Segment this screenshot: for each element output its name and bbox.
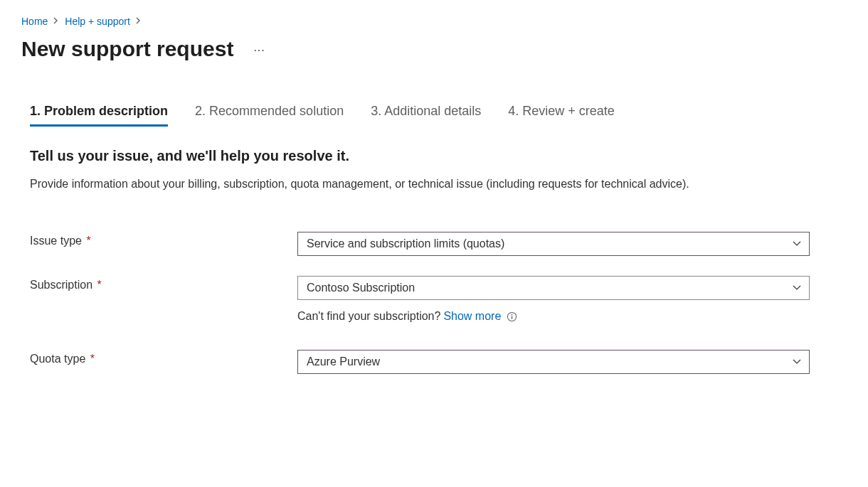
required-indicator: * bbox=[87, 353, 95, 365]
subscription-dropdown[interactable]: Contoso Subscription bbox=[297, 276, 810, 300]
issue-type-label: Issue type * bbox=[30, 232, 297, 247]
subscription-label: Subscription * bbox=[30, 276, 297, 291]
more-actions-button[interactable]: ··· bbox=[249, 43, 269, 58]
quota-type-label: Quota type * bbox=[30, 350, 297, 365]
breadcrumb: Home Help + support bbox=[21, 16, 847, 27]
svg-rect-2 bbox=[512, 316, 512, 319]
chevron-down-icon bbox=[792, 237, 802, 250]
tab-recommended-solution[interactable]: 2. Recommended solution bbox=[195, 104, 344, 127]
show-more-link[interactable]: Show more bbox=[443, 310, 501, 323]
subscription-value: Contoso Subscription bbox=[307, 282, 415, 294]
tab-problem-description[interactable]: 1. Problem description bbox=[30, 104, 168, 127]
section-subtext: Provide information about your billing, … bbox=[30, 176, 813, 192]
breadcrumb-help-support[interactable]: Help + support bbox=[65, 16, 129, 27]
chevron-right-icon bbox=[136, 16, 142, 26]
section-heading: Tell us your issue, and we'll help you r… bbox=[30, 148, 847, 164]
chevron-down-icon bbox=[792, 355, 802, 368]
breadcrumb-home[interactable]: Home bbox=[21, 16, 48, 27]
page-title: New support request bbox=[21, 37, 233, 61]
quota-type-dropdown[interactable]: Azure Purview bbox=[297, 350, 810, 374]
quota-type-value: Azure Purview bbox=[307, 355, 380, 368]
wizard-tabs: 1. Problem description 2. Recommended so… bbox=[30, 104, 847, 127]
chevron-down-icon bbox=[792, 282, 802, 294]
issue-type-dropdown[interactable]: Service and subscription limits (quotas) bbox=[297, 232, 810, 256]
info-icon[interactable] bbox=[507, 311, 517, 322]
tab-additional-details[interactable]: 3. Additional details bbox=[371, 104, 481, 127]
issue-type-value: Service and subscription limits (quotas) bbox=[307, 237, 504, 250]
tab-review-create[interactable]: 4. Review + create bbox=[508, 104, 615, 127]
required-indicator: * bbox=[94, 279, 102, 291]
subscription-helper: Can't find your subscription? Show more bbox=[297, 310, 810, 323]
required-indicator: * bbox=[83, 235, 91, 247]
chevron-right-icon bbox=[53, 16, 59, 26]
svg-point-1 bbox=[512, 314, 513, 316]
